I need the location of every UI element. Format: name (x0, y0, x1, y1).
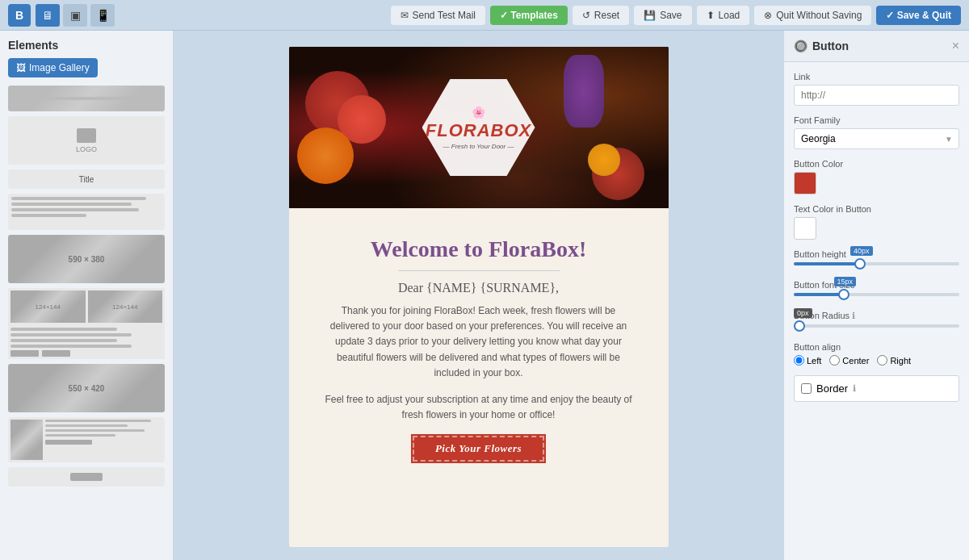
button-font-size-thumb[interactable] (838, 289, 849, 300)
text-preview (8, 194, 165, 230)
load-button[interactable]: ⬆ Load (697, 6, 750, 25)
logo-icon-preview (77, 128, 96, 143)
sidebar-button-block[interactable] (8, 467, 165, 487)
image-590-label: 590 × 380 (69, 255, 105, 264)
elements-title: Elements (8, 39, 165, 52)
save-button[interactable]: 💾 Save (634, 6, 691, 25)
flower-6 (588, 144, 620, 176)
button-height-thumb[interactable] (854, 258, 866, 270)
send-test-mail-label: Send Test Mail (413, 10, 476, 21)
align-center-option[interactable]: Center (829, 355, 869, 366)
templates-button[interactable]: ✓ Templates (490, 6, 568, 25)
tablet-view-button[interactable]: ▣ (63, 4, 87, 27)
desktop-view-button[interactable]: 🖥 (36, 4, 60, 27)
mobile-view-button[interactable]: 📱 (90, 4, 115, 27)
button-radius-thumb[interactable] (794, 320, 805, 332)
sidebar-title-block[interactable]: Title (8, 169, 165, 189)
align-left-option[interactable]: Left (794, 355, 821, 366)
sidebar-logo-block[interactable]: LOGO (8, 116, 165, 165)
sidebar-image2-block[interactable]: 550 × 420 (8, 364, 165, 412)
font-family-field-group: Font Family Georgia Arial Helvetica Time… (794, 115, 959, 149)
button-font-size-value: 15px (834, 277, 857, 286)
logo-text-preview: LOGO (76, 145, 97, 153)
border-field-group[interactable]: Border ℹ (794, 375, 959, 402)
button-radius-track (794, 324, 959, 328)
sidebar-twocol-block[interactable]: 124×144 124×144 (8, 288, 165, 359)
align-left-label: Left (807, 356, 821, 366)
image-550-preview: 550 × 420 (8, 364, 165, 412)
article-preview (8, 417, 165, 462)
align-right-option[interactable]: Right (877, 355, 911, 366)
text-color-swatch[interactable] (794, 217, 816, 240)
device-icons: 🖥 ▣ 📱 (36, 4, 115, 27)
align-right-radio[interactable] (877, 355, 887, 366)
reset-icon: ↺ (582, 10, 590, 21)
button-color-label: Button Color (794, 159, 959, 169)
templates-label: ✓ Templates (500, 10, 558, 21)
align-center-label: Center (842, 356, 869, 366)
load-icon: ⬆ (707, 10, 715, 21)
sidebar-stripe-block[interactable] (8, 86, 165, 111)
save-quit-button[interactable]: ✓ Save & Quit (876, 6, 961, 25)
brand-tagline: — Fresh to Your Door — (443, 143, 514, 150)
button-color-field-group: Button Color (794, 159, 959, 194)
article-image-preview (10, 420, 43, 460)
align-center-radio[interactable] (829, 355, 840, 366)
email-body: Welcome to FloraBox! Dear {NAME} {SURNAM… (289, 208, 669, 487)
button-icon: 🔘 (794, 40, 808, 52)
button-height-value: 40px (850, 246, 873, 256)
font-family-select-wrapper: Georgia Arial Helvetica Times New Roman … (794, 128, 959, 149)
button-height-field-group: Button height 40px (794, 249, 959, 265)
pick-flowers-button[interactable]: Pick Your Flowers (411, 434, 546, 463)
article-lines (45, 420, 162, 460)
send-test-mail-button[interactable]: ✉ Send Test Mail (391, 6, 486, 25)
col-left-preview: 124×144 (10, 290, 86, 323)
button-height-track (794, 262, 959, 265)
button-font-size-field-group: Button font size 15px (794, 280, 959, 296)
save-icon: 💾 (644, 10, 656, 21)
button-align-label: Button align (794, 342, 959, 352)
panel-title-text: Button (812, 40, 849, 52)
button-color-swatch[interactable] (794, 172, 816, 194)
title-preview: Title (8, 169, 165, 189)
email-para-2: Feel free to adjust your subscription at… (321, 392, 636, 423)
gallery-icon: 🖼 (16, 62, 26, 73)
send-icon: ✉ (401, 10, 409, 21)
logo-icon: B (8, 4, 31, 27)
button-mini-preview (70, 473, 103, 481)
sidebar-article-block[interactable] (8, 417, 165, 462)
button-font-size-label: Button font size (794, 280, 959, 290)
save-quit-label: ✓ Save & Quit (886, 10, 951, 21)
panel-close-button[interactable]: × (952, 39, 959, 53)
text-color-label: Text Color in Button (794, 204, 959, 214)
button-radius-value: 0px (794, 308, 812, 318)
button-height-label: Button height (794, 249, 959, 259)
right-panel: 🔘 Button × Link Font Family Georgia Aria… (783, 31, 969, 560)
panel-title: 🔘 Button (794, 40, 849, 52)
welcome-heading: Welcome to FloraBox! (321, 236, 636, 262)
reset-label: Reset (594, 10, 619, 21)
topbar: B 🖥 ▣ 📱 ✉ Send Test Mail ✓ Templates ↺ R… (0, 0, 969, 31)
link-input[interactable] (794, 85, 959, 106)
main-area: Elements 🖼 Image Gallery LOGO Title (0, 31, 969, 560)
sidebar-image-block[interactable]: 590 × 380 (8, 235, 165, 283)
image-gallery-button[interactable]: 🖼 Image Gallery (8, 58, 98, 77)
email-greeting: Dear {NAME} {SURNAME}, (321, 281, 636, 295)
quit-button[interactable]: ⊗ Quit Without Saving (754, 6, 871, 25)
border-info-icon: ℹ (853, 383, 856, 394)
gallery-label: Image Gallery (29, 62, 90, 73)
reset-button[interactable]: ↺ Reset (573, 6, 629, 25)
button-radius-field-group: Button Radius ℹ 0px (794, 311, 959, 328)
email-canvas: 🌸 FLORABOX — Fresh to Your Door — Welcom… (289, 47, 669, 547)
button-radius-slider-container: 0px (794, 324, 959, 328)
font-family-select[interactable]: Georgia Arial Helvetica Times New Roman … (794, 128, 959, 149)
hexagon-badge: 🌸 FLORABOX — Fresh to Your Door — (414, 71, 543, 184)
button-font-size-fill (794, 293, 844, 296)
flower-3 (297, 127, 354, 184)
button-align-radio-group: Left Center Right (794, 355, 959, 366)
stripe-preview (8, 86, 165, 111)
border-checkbox[interactable] (801, 383, 812, 394)
image-590-preview: 590 × 380 (8, 235, 165, 283)
sidebar-text-block[interactable] (8, 194, 165, 230)
align-left-radio[interactable] (794, 355, 804, 366)
